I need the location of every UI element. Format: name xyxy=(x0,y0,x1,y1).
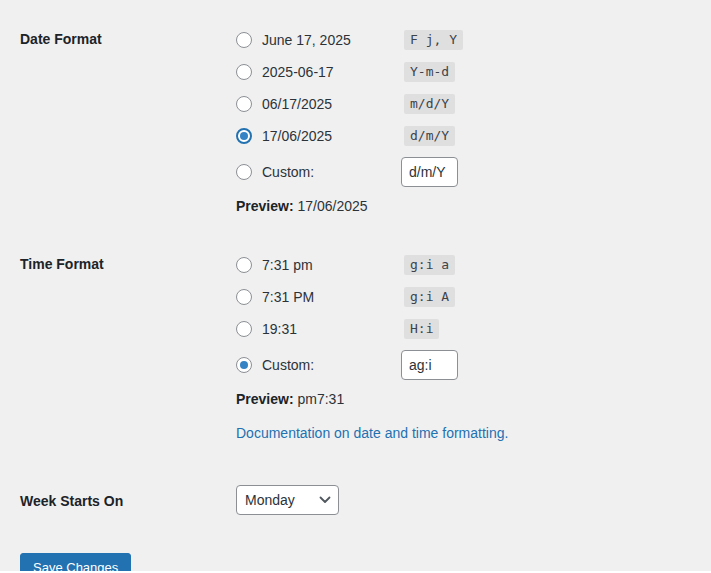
doc-link-wrap: Documentation on date and time formattin… xyxy=(236,423,691,444)
format-code: m/d/Y xyxy=(404,94,455,114)
option-label: June 17, 2025 xyxy=(262,30,351,51)
time-format-option-24h[interactable]: 19:31 H:i xyxy=(236,318,691,340)
time-format-option-ampm-lower[interactable]: 7:31 pm g:i a xyxy=(236,254,691,276)
option-label: 17/06/2025 xyxy=(262,126,332,147)
radio-checked-icon[interactable] xyxy=(236,357,252,373)
time-format-row: Time Format 7:31 pm g:i a 7:31 PM g:i A … xyxy=(20,239,691,444)
radio-unchecked-icon[interactable] xyxy=(236,96,252,112)
option-label: Custom: xyxy=(262,162,314,183)
time-format-option-custom[interactable]: Custom: xyxy=(236,350,691,380)
time-format-options: 7:31 pm g:i a 7:31 PM g:i A 19:31 H:i Cu… xyxy=(236,239,691,444)
option-label: Custom: xyxy=(262,355,314,376)
time-format-option-ampm-upper[interactable]: 7:31 PM g:i A xyxy=(236,286,691,308)
date-format-options: June 17, 2025 F j, Y 2025-06-17 Y-m-d 06… xyxy=(236,14,691,217)
format-code: H:i xyxy=(404,319,439,339)
week-starts-on-row: Week Starts On Monday xyxy=(20,470,691,515)
date-format-custom-input[interactable] xyxy=(401,157,458,187)
radio-unchecked-icon[interactable] xyxy=(236,32,252,48)
option-label: 2025-06-17 xyxy=(262,62,334,83)
date-format-option-june[interactable]: June 17, 2025 F j, Y xyxy=(236,29,691,51)
format-code: d/m/Y xyxy=(404,126,455,146)
time-format-label: Time Format xyxy=(20,239,236,275)
save-changes-button[interactable]: Save Changes xyxy=(20,553,131,573)
option-label: 06/17/2025 xyxy=(262,94,332,115)
settings-form: Date Format June 17, 2025 F j, Y 2025-06… xyxy=(0,0,711,515)
date-format-option-iso[interactable]: 2025-06-17 Y-m-d xyxy=(236,61,691,83)
date-format-option-mdy[interactable]: 06/17/2025 m/d/Y xyxy=(236,93,691,115)
format-code: F j, Y xyxy=(404,30,463,50)
date-format-option-custom[interactable]: Custom: xyxy=(236,157,691,187)
datetime-documentation-link[interactable]: Documentation on date and time formattin… xyxy=(236,425,508,441)
week-starts-on-select-wrap: Monday xyxy=(236,485,339,515)
format-code: g:i A xyxy=(404,287,455,307)
date-format-option-dmy[interactable]: 17/06/2025 d/m/Y xyxy=(236,125,691,147)
week-starts-on-select[interactable]: Monday xyxy=(236,485,339,515)
radio-unchecked-icon[interactable] xyxy=(236,257,252,273)
date-format-row: Date Format June 17, 2025 F j, Y 2025-06… xyxy=(20,14,691,217)
radio-unchecked-icon[interactable] xyxy=(236,289,252,305)
option-label: 19:31 xyxy=(262,319,297,340)
time-format-preview: Preview: pm7:31 xyxy=(236,389,691,410)
date-format-label: Date Format xyxy=(20,14,236,50)
preview-value: 17/06/2025 xyxy=(297,198,367,214)
week-starts-on-label: Week Starts On xyxy=(20,470,236,512)
date-format-preview: Preview: 17/06/2025 xyxy=(236,196,691,217)
radio-unchecked-icon[interactable] xyxy=(236,321,252,337)
radio-unchecked-icon[interactable] xyxy=(236,164,252,180)
submit-row: Save Changes xyxy=(0,553,711,573)
option-label: 7:31 PM xyxy=(262,287,314,308)
radio-checked-icon[interactable] xyxy=(236,128,252,144)
format-code: g:i a xyxy=(404,255,455,275)
week-starts-on-field: Monday xyxy=(236,470,691,515)
radio-unchecked-icon[interactable] xyxy=(236,64,252,80)
format-code: Y-m-d xyxy=(404,62,455,82)
preview-value: pm7:31 xyxy=(297,391,344,407)
option-label: 7:31 pm xyxy=(262,255,313,276)
preview-label: Preview: xyxy=(236,391,294,407)
time-format-custom-input[interactable] xyxy=(401,350,458,380)
preview-label: Preview: xyxy=(236,198,294,214)
